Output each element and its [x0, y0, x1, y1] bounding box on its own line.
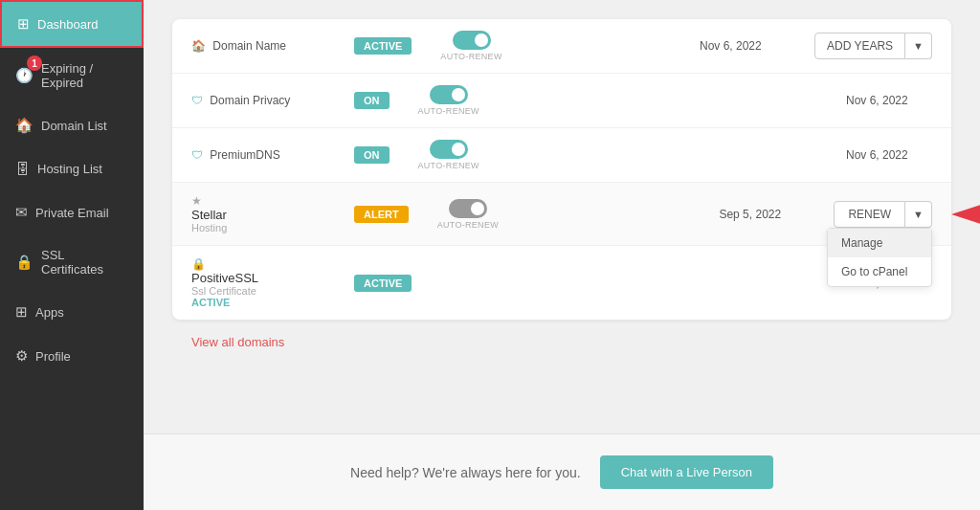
dns-icon: 🛡 [191, 148, 203, 162]
sidebar-item-dashboard[interactable]: ⊞ Dashboard [0, 0, 144, 48]
auto-renew-toggle[interactable] [449, 199, 487, 218]
svg-marker-0 [951, 202, 980, 227]
sidebar-item-ssl[interactable]: 🔒 SSL Certificates [0, 234, 144, 290]
domain-name: PositiveSSL [191, 271, 345, 285]
hosting-label: Hosting [191, 222, 345, 233]
expiry-date: Nov 6, 2022 [700, 39, 786, 53]
domain-name-col: ★ Stellar Hosting [191, 194, 345, 233]
ssl-status-label: ACTIVE [191, 297, 345, 308]
domain-name-col: 🏠 Domain Name [191, 39, 345, 53]
profile-icon: ⚙ [15, 347, 28, 365]
action-col: ADD YEARS ▼ [814, 33, 932, 59]
sidebar-item-label: Hosting List [37, 162, 102, 176]
status-badge: ALERT [354, 206, 409, 223]
toggle-label: AUTO-RENEW [440, 52, 501, 61]
sidebar: ⊞ Dashboard 🕐 Expiring / Expired 1 🏠 Dom… [0, 0, 144, 510]
privacy-icon: 🛡 [191, 94, 203, 107]
footer-help-text: Need help? We're always here for you. [350, 465, 581, 480]
table-row: 🛡 Domain Privacy ON AUTO-RENEW Nov 6, 20… [172, 74, 951, 128]
sidebar-item-label: Expiring / Expired [41, 61, 128, 90]
apps-icon: ⊞ [15, 303, 28, 321]
auto-renew-toggle[interactable] [430, 140, 468, 159]
action-col: RENEW ▼ Manage Go to cPanel [834, 201, 932, 228]
renew-dropdown-button[interactable]: ▼ [905, 201, 932, 228]
sidebar-item-hosting-list[interactable]: 🗄 Hosting List [0, 147, 144, 190]
domain-name-col: 🔒 PositiveSSL Ssl Certificate ACTIVE [191, 257, 345, 308]
dropdown-item-cpanel[interactable]: Go to cPanel [828, 257, 931, 286]
content-area: 🏠 Domain Name ACTIVE AUTO-RENEW Nov 6, 2… [144, 0, 980, 433]
table-row: 🛡 PremiumDNS ON AUTO-RENEW Nov 6, 2022 [172, 128, 951, 183]
table-row: ★ Stellar Hosting ALERT AUTO-RENEW Sep 5… [172, 183, 951, 246]
status-badge: ACTIVE [354, 275, 412, 292]
toggle-col: AUTO-RENEW [418, 140, 479, 170]
expiry-date: Nov 6, 2022 [846, 94, 932, 107]
view-all-domains-link[interactable]: View all domains [172, 329, 284, 351]
table-row: 🏠 Domain Name ACTIVE AUTO-RENEW Nov 6, 2… [172, 19, 951, 74]
hosting-icon: 🗄 [15, 161, 30, 177]
toggle-label: AUTO-RENEW [437, 220, 499, 230]
chat-button[interactable]: Chat with a Live Person [600, 455, 773, 489]
sidebar-item-label: Private Email [35, 206, 109, 220]
renew-dropdown-menu: Manage Go to cPanel [827, 228, 932, 287]
domain-name: Domain Name [212, 39, 286, 53]
domain-icon: 🏠 [15, 117, 33, 134]
dashboard-icon: ⊞ [17, 15, 30, 33]
domain-card: 🏠 Domain Name ACTIVE AUTO-RENEW Nov 6, 2… [172, 19, 951, 320]
sidebar-item-domain-list[interactable]: 🏠 Domain List [0, 103, 144, 147]
domain-icon: 🏠 [191, 39, 206, 53]
auto-renew-toggle[interactable] [430, 85, 468, 104]
toggle-label: AUTO-RENEW [418, 161, 479, 170]
ssl-row-icon: 🔒 [191, 257, 206, 271]
sidebar-item-private-email[interactable]: ✉ Private Email [0, 190, 144, 234]
add-years-button[interactable]: ADD YEARS [814, 33, 905, 59]
expiring-badge: 1 [27, 55, 42, 71]
renew-button[interactable]: RENEW [834, 201, 905, 228]
ssl-icon: 🔒 [15, 254, 33, 271]
toggle-col: AUTO-RENEW [418, 85, 479, 116]
add-years-dropdown-button[interactable]: ▼ [905, 33, 932, 59]
ssl-cert-label: Ssl Certificate [191, 285, 345, 297]
status-badge: ON [354, 92, 390, 109]
toggle-col: AUTO-RENEW [437, 199, 499, 230]
sidebar-item-label: Apps [35, 305, 64, 320]
sidebar-item-label: Dashboard [37, 17, 99, 32]
domain-name-col: 🛡 PremiumDNS [191, 148, 345, 162]
domain-name-col: 🛡 Domain Privacy [191, 94, 345, 107]
dropdown-item-manage[interactable]: Manage [828, 229, 931, 257]
auto-renew-toggle[interactable] [453, 31, 491, 50]
sidebar-item-profile[interactable]: ⚙ Profile [0, 334, 144, 378]
expiry-date: Sep 5, 2022 [719, 208, 805, 221]
status-badge: ACTIVE [354, 37, 412, 55]
toggle-col: AUTO-RENEW [440, 31, 501, 61]
status-badge: ON [354, 146, 390, 164]
sidebar-item-label: SSL Certificates [41, 248, 128, 277]
expiry-date: Nov 6, 2022 [846, 148, 932, 162]
domain-name: PremiumDNS [210, 148, 279, 162]
email-icon: ✉ [15, 204, 28, 221]
main-content: 🏠 Domain Name ACTIVE AUTO-RENEW Nov 6, 2… [144, 0, 980, 510]
footer-bar: Need help? We're always here for you. Ch… [144, 433, 980, 510]
sidebar-item-label: Domain List [41, 119, 107, 133]
sidebar-item-expiring[interactable]: 🕐 Expiring / Expired 1 [0, 48, 144, 103]
domain-name: Domain Privacy [210, 94, 290, 107]
sidebar-item-apps[interactable]: ⊞ Apps [0, 290, 144, 334]
sidebar-item-label: Profile [35, 349, 71, 364]
arrow-indicator [951, 200, 980, 229]
domain-name: Stellar [191, 208, 345, 222]
toggle-label: AUTO-RENEW [418, 106, 479, 116]
stellar-icon: ★ [191, 194, 202, 208]
